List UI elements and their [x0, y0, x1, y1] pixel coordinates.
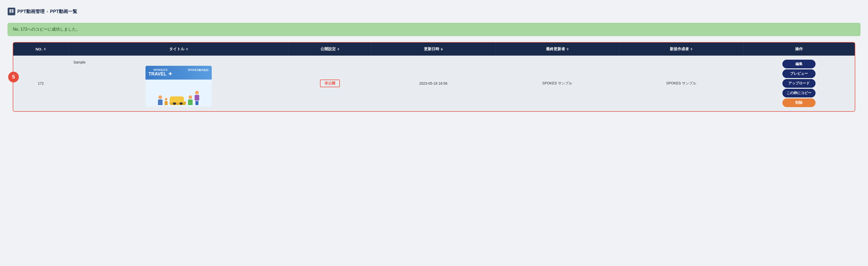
success-banner: No. 172へのコピーに成功しました。	[8, 23, 860, 36]
table-outer: 5 NO.	[13, 42, 855, 112]
thumb-title-block: SPOKES'S TRAVEL ✈	[149, 68, 173, 77]
figure-2	[164, 98, 168, 105]
thumbnail-image: SPOKES'S TRAVEL ✈ SPOKES株式会社	[146, 66, 212, 107]
thumb-header: SPOKES'S TRAVEL ✈ SPOKES株式会社	[146, 66, 212, 80]
figure-car	[170, 95, 186, 105]
th-date[interactable]: 更新日時	[371, 42, 496, 56]
svg-rect-3	[12, 11, 13, 12]
th-public[interactable]: 公開設定	[289, 42, 371, 56]
sort-icon-creator	[690, 48, 692, 51]
cell-date: 2023-05-18 16:56	[371, 56, 496, 111]
thumb-line1: SPOKES'S	[149, 68, 173, 71]
copy-button[interactable]: この枠にコピー	[782, 89, 815, 97]
thumbnail: SPOKES'S TRAVEL ✈ SPOKES株式会社	[146, 66, 212, 107]
th-no[interactable]: NO.	[13, 42, 68, 56]
cell-updater: SPOKES サンプル	[495, 56, 619, 111]
sort-icon-updater	[567, 48, 569, 51]
cell-status: 非公開	[289, 56, 371, 111]
sort-icon-title	[186, 48, 188, 51]
breadcrumb-parent[interactable]: PPT動画管理	[17, 8, 44, 14]
figure-group	[147, 91, 210, 105]
cell-title: Sample SPOKES'S TRAVEL ✈	[68, 56, 289, 111]
sort-icon-no	[44, 48, 46, 51]
breadcrumb-icon	[8, 8, 15, 15]
main-table: NO. タイトル	[13, 42, 855, 111]
sort-icon-date	[441, 48, 443, 51]
upload-button[interactable]: アップロード	[782, 79, 815, 88]
th-action: 操作	[743, 42, 855, 56]
svg-rect-0	[9, 9, 11, 11]
breadcrumb: PPT動画管理 › PPT動画一覧	[8, 5, 860, 18]
figure-3	[188, 95, 193, 105]
figure-1	[158, 95, 162, 105]
thumb-company: SPOKES株式会社	[188, 68, 209, 72]
svg-rect-1	[9, 11, 11, 12]
plane-icon: ✈	[168, 71, 172, 77]
th-title[interactable]: タイトル	[68, 42, 289, 56]
title-label: Sample	[72, 60, 285, 64]
table-container: NO. タイトル	[13, 42, 855, 112]
thumb-body	[146, 80, 212, 107]
step-badge: 5	[8, 72, 19, 82]
edit-button[interactable]: 編集	[782, 60, 815, 68]
figure-4	[195, 91, 199, 105]
breadcrumb-separator: ›	[46, 9, 48, 14]
page-wrapper: PPT動画管理 › PPT動画一覧 No. 172へのコピーに成功しました。 5…	[0, 0, 868, 117]
cell-actions: 編集 プレビュー アップロード この枠にコピー 削除	[743, 56, 855, 111]
sort-icon-public	[337, 48, 339, 51]
cell-no: 172	[13, 56, 68, 111]
delete-button[interactable]: 削除	[782, 98, 815, 107]
th-creator[interactable]: 新規作成者	[619, 42, 743, 56]
thumb-line2: TRAVEL ✈	[149, 71, 173, 77]
status-badge: 非公開	[320, 80, 340, 87]
cell-creator: SPOKES サンプル	[619, 56, 743, 111]
breadcrumb-current: PPT動画一覧	[50, 8, 77, 14]
table-header-row: NO. タイトル	[13, 42, 855, 56]
table-row: 172 Sample SPOKES'S TRAVEL	[13, 56, 855, 111]
success-message: No. 172へのコピーに成功しました。	[13, 27, 80, 31]
preview-button[interactable]: プレビュー	[782, 69, 815, 78]
svg-rect-2	[12, 9, 13, 11]
th-updater[interactable]: 最終更新者	[495, 42, 619, 56]
